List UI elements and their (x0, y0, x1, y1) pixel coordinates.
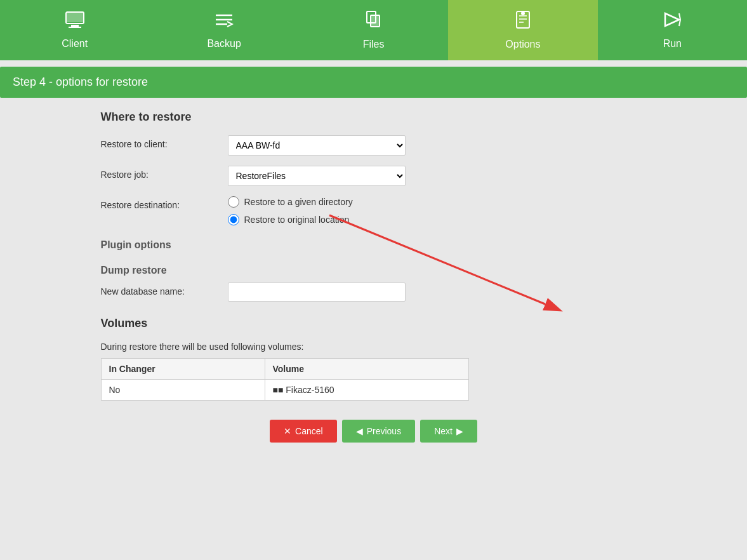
svg-rect-1 (71, 25, 79, 27)
restore-destination-label: Restore destination: (101, 196, 228, 210)
restore-destination-control: Restore to a given directory Restore to … (228, 196, 418, 225)
main-content: Where to restore Restore to client: AAA … (88, 110, 659, 443)
dump-restore-title: Dump restore (101, 265, 647, 276)
restore-destination-radios: Restore to a given directory Restore to … (228, 196, 418, 225)
tab-run[interactable]: Run (598, 0, 747, 60)
tab-files-label: Files (363, 39, 385, 50)
restore-job-label: Restore job: (101, 166, 228, 180)
tab-client[interactable]: Client (0, 0, 149, 60)
svg-line-16 (679, 13, 680, 20)
restore-job-row: Restore job: RestoreFiles (101, 166, 647, 186)
volumes-table: In Changer Volume No ■■ Fikacz-5160 (101, 358, 469, 401)
new-db-name-row: New database name: (101, 283, 647, 302)
table-cell-volume: ■■ Fikacz-5160 (265, 380, 468, 401)
options-icon (515, 10, 531, 34)
volume-name: Fikacz-5160 (286, 385, 334, 395)
previous-icon: ◀ (356, 426, 363, 436)
where-to-restore-title: Where to restore (101, 110, 647, 124)
restore-job-select[interactable]: RestoreFiles (228, 166, 406, 186)
step-header: Step 4 - options for restore (0, 67, 747, 98)
tab-backup[interactable]: Backup (149, 0, 298, 60)
svg-rect-2 (69, 27, 81, 28)
radio-original[interactable] (228, 214, 239, 225)
tab-client-label: Client (62, 38, 88, 50)
svg-rect-9 (371, 16, 379, 26)
backup-icon (215, 11, 234, 33)
next-button[interactable]: Next ▶ (420, 420, 477, 443)
footer-buttons: ✕ Cancel ◀ Previous Next ▶ (101, 420, 647, 443)
restore-client-control: AAA BW-fd (228, 135, 418, 156)
radio-original-label: Restore to original location (244, 215, 350, 225)
restore-destination-row: Restore destination: Restore to a given … (101, 196, 647, 225)
volume-icon: ■■ (273, 385, 284, 395)
tab-options[interactable]: Options (448, 0, 597, 60)
table-row: No ■■ Fikacz-5160 (101, 380, 468, 401)
nav-tabs: Client Backup Files (0, 0, 747, 60)
restore-client-select[interactable]: AAA BW-fd (228, 135, 406, 156)
volumes-title: Volumes (101, 317, 647, 330)
tab-options-label: Options (505, 39, 540, 50)
new-db-name-control (228, 283, 418, 302)
volumes-description: During restore there will be used follow… (101, 342, 647, 352)
cancel-button[interactable]: ✕ Cancel (270, 420, 337, 443)
cancel-icon: ✕ (284, 426, 291, 436)
svg-marker-15 (665, 13, 679, 26)
svg-point-14 (521, 11, 525, 15)
tab-run-label: Run (663, 38, 682, 50)
new-db-name-label: New database name: (101, 283, 228, 297)
restore-client-label: Restore to client: (101, 135, 228, 149)
restore-job-control: RestoreFiles (228, 166, 418, 186)
svg-line-17 (679, 20, 680, 26)
plugin-options-title: Plugin options (101, 239, 647, 251)
new-db-name-input[interactable] (228, 283, 406, 302)
table-cell-inchanger: No (101, 380, 265, 401)
restore-client-row: Restore to client: AAA BW-fd (101, 135, 647, 156)
next-icon: ▶ (456, 426, 463, 436)
svg-rect-3 (67, 13, 83, 22)
volumes-col-volume: Volume (265, 359, 468, 380)
radio-given-dir[interactable] (228, 196, 239, 208)
radio-given-dir-item[interactable]: Restore to a given directory (228, 196, 418, 208)
client-icon (65, 11, 85, 33)
previous-button[interactable]: ◀ Previous (342, 420, 415, 443)
tab-backup-label: Backup (207, 38, 241, 50)
run-icon (663, 11, 682, 33)
files-icon (364, 10, 383, 34)
volumes-section: Volumes During restore there will be use… (101, 317, 647, 401)
radio-original-item[interactable]: Restore to original location (228, 214, 418, 225)
radio-given-dir-label: Restore to a given directory (244, 197, 353, 207)
volumes-col-inchanger: In Changer (101, 359, 265, 380)
tab-files[interactable]: Files (299, 0, 448, 60)
